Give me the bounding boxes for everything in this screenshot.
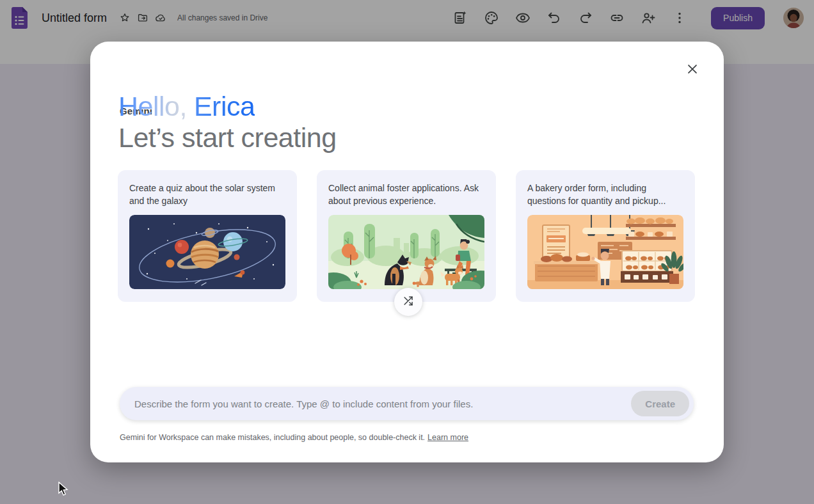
shuffle-icon [403, 295, 415, 309]
card-prompt: Create a quiz about the solar system and… [129, 182, 285, 207]
shuffle-suggestions-button[interactable] [394, 288, 422, 316]
suggestion-card-animal-foster[interactable]: Collect animal foster applications. Ask … [317, 170, 496, 302]
suggestion-card-solar-system[interactable]: Create a quiz about the solar system and… [118, 170, 297, 302]
greeting-hello: Hello, [118, 91, 187, 122]
greeting-name: Erica [194, 91, 255, 122]
greeting-heading: Hello,Erica Let’s start creating [118, 91, 337, 154]
card-prompt: A bakery order form, including questions… [527, 182, 683, 207]
park-dogs-illustration [328, 215, 484, 289]
close-button[interactable] [683, 61, 701, 79]
card-prompt: Collect animal foster applications. Ask … [328, 182, 484, 207]
solar-system-illustration [129, 215, 285, 289]
learn-more-link[interactable]: Learn more [427, 433, 468, 442]
disclaimer-text: Gemini for Workspace can make mistakes, … [120, 433, 468, 442]
prompt-input[interactable] [120, 387, 625, 420]
create-button[interactable]: Create [631, 391, 689, 416]
bakery-illustration [527, 215, 683, 289]
greeting-subtitle: Let’s start creating [118, 122, 337, 154]
google-forms-app: Untitled form [0, 0, 814, 504]
prompt-input-bar: Create [120, 387, 694, 420]
gemini-dialog: Gemini Hello,Erica Let’s start creating … [90, 42, 724, 462]
close-icon [685, 62, 699, 78]
disclaimer-body: Gemini for Workspace can make mistakes, … [120, 433, 425, 442]
suggestion-cards: Create a quiz about the solar system and… [118, 170, 695, 302]
suggestion-card-bakery[interactable]: A bakery order form, including questions… [516, 170, 695, 302]
